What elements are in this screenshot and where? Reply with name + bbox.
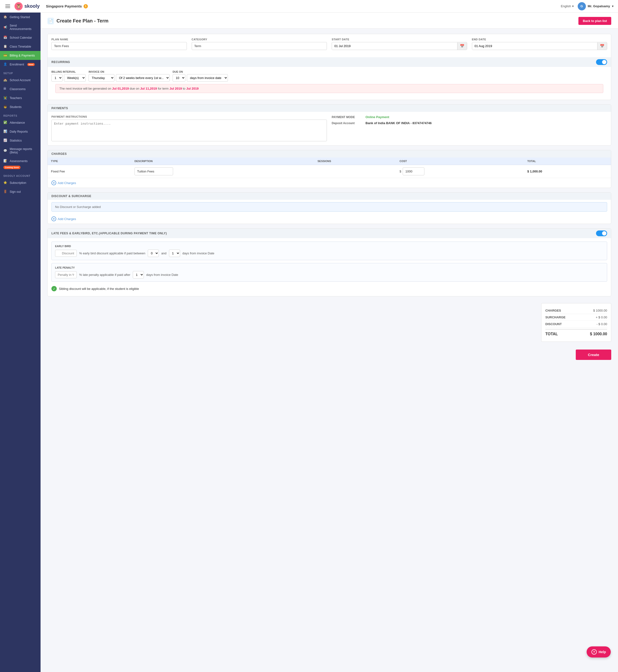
add-discount-label: Add Charges: [58, 217, 76, 221]
sidebar-item-getting-started[interactable]: 🏠 Getting Started: [0, 13, 40, 21]
recurring-header: RECURRING: [47, 57, 611, 67]
plan-details-row: PLAN NAME CATEGORY START DATE: [51, 38, 607, 50]
payment-instructions-side: PAYMENT INSTRUCTIONS: [51, 115, 327, 142]
payment-instructions-textarea[interactable]: [51, 119, 327, 141]
sidebar-item-class-timetable[interactable]: 📋 Class Timetable: [0, 42, 40, 51]
due-on-days-select[interactable]: 1051530: [173, 74, 185, 82]
category-input[interactable]: [192, 42, 327, 50]
sidebar-label: Attendance: [10, 121, 25, 124]
plan-name-input[interactable]: [51, 42, 187, 50]
notification-badge: 1: [84, 4, 88, 8]
sidebar-item-school-account[interactable]: 🏫 School Account: [0, 76, 40, 85]
help-fab-button[interactable]: ? Help: [587, 646, 611, 658]
user-name: Mr. Gopalsamy: [588, 4, 610, 8]
late-fees-label: LATE FEES & EARLYBIRD, ETC.(APPLICABLE D…: [51, 232, 167, 235]
chevron-down-icon: ▾: [572, 4, 574, 8]
add-charges-button[interactable]: + Add Charges: [47, 178, 611, 188]
invoice-on-period-select[interactable]: Of 2 weeks before every 1st w...: [116, 74, 170, 82]
due-date: Jul 11,2019: [140, 87, 157, 90]
help-circle-icon: ?: [592, 649, 597, 655]
surcharge-summary-label: SURCHARGE: [545, 316, 565, 319]
school-account-icon: 🏫: [3, 78, 7, 82]
add-discount-icon: +: [51, 217, 56, 221]
early-bird-to-select[interactable]: 1235: [169, 250, 180, 257]
recurring-body: Billing Interval 123 Week(s)Month(s): [47, 67, 611, 100]
sidebar-item-message-reports[interactable]: 💬 Message reports (Beta): [0, 145, 40, 157]
end-date-label: END DATE: [472, 38, 607, 41]
late-fees-section: LATE FEES & EARLYBIRD, ETC.(APPLICABLE D…: [47, 228, 611, 297]
add-charges-label: Add Charges: [58, 181, 76, 185]
charges-summary-label: CHARGES: [545, 309, 561, 312]
invoice-on-label: Invoice On: [89, 70, 170, 73]
end-date-input[interactable]: [472, 42, 598, 50]
sidebar-item-sign-out[interactable]: 🚪 Sign out: [0, 187, 40, 196]
sidebar-item-subscription[interactable]: ⭐ Subscription: [0, 178, 40, 187]
plan-name-label: PLAN NAME: [51, 38, 187, 41]
late-fees-header: LATE FEES & EARLYBIRD, ETC.(APPLICABLE D…: [47, 229, 611, 238]
new-badge: New!: [27, 63, 35, 66]
charge-sessions: [314, 165, 396, 178]
late-penalty-days-select[interactable]: 1235: [133, 271, 144, 278]
early-bird-row: % early bird discount applicable if paid…: [55, 250, 604, 257]
cost-input[interactable]: [403, 167, 424, 175]
invoice-on-day-select[interactable]: ThursdayMondayTuesdayWednesdayFriday: [89, 74, 114, 82]
late-penalty-input[interactable]: [55, 271, 77, 278]
early-bird-from-select[interactable]: 0123: [148, 250, 159, 257]
deposit-value: Bank of India BANK OF INDIA - 8374747474…: [366, 121, 432, 125]
timetable-icon: 📋: [3, 45, 7, 49]
description-input[interactable]: [134, 167, 173, 175]
sidebar-item-assessments[interactable]: 📝 Assessments Coming Soon: [0, 157, 40, 171]
sidebar-item-enrollment[interactable]: 👤 Enrollment New!: [0, 60, 40, 69]
end-date-input-wrap: 📅: [472, 42, 607, 50]
sidebar-item-school-calendar[interactable]: 📅 School Calendar: [0, 33, 40, 42]
billing-interval-num-select[interactable]: 123: [51, 74, 63, 82]
sidebar-item-billing-payments[interactable]: 💳 Billing & Payments: [0, 51, 40, 60]
language-selector[interactable]: English ▾: [561, 4, 574, 8]
page-name-text: Singapore Payments: [46, 4, 82, 8]
deposit-account-row: Deposit Account Bank of India BANK OF IN…: [332, 121, 607, 125]
payments-section: PAYMENTS PAYMENT INSTRUCTIONS PAYMENT MO…: [47, 104, 611, 146]
charges-table: TYPE DESCRIPTION SESSIONS COST TOTAL Fix…: [47, 158, 611, 178]
early-bird-section: EARLY BIRD % early bird discount applica…: [51, 242, 607, 260]
sidebar: 🏠 Getting Started 📢 Send Announcements 📅…: [0, 13, 40, 672]
sidebar-label: Enrollment: [10, 63, 24, 66]
top-bar-left: 🦉 skooly Singapore Payments 1: [4, 2, 88, 10]
sidebar-label: Statistics: [10, 139, 22, 142]
back-to-plan-list-button[interactable]: Back to plan list: [579, 17, 611, 25]
info-banner: The next invoice will be generated on Ju…: [55, 84, 603, 93]
sidebar-item-teachers[interactable]: 👨‍🏫 Teachers: [0, 93, 40, 102]
late-fees-body: EARLY BIRD % early bird discount applica…: [47, 238, 611, 296]
charge-type: Fixed Fee: [47, 165, 131, 178]
add-discount-button[interactable]: + Add Charges: [47, 214, 611, 224]
sibling-text: Sibling discount will be applicable, if …: [59, 287, 139, 290]
charges-header-row: TYPE DESCRIPTION SESSIONS COST TOTAL: [47, 158, 611, 165]
late-fees-toggle[interactable]: [596, 231, 607, 236]
create-button[interactable]: Create: [576, 349, 611, 360]
plan-name-group: PLAN NAME: [51, 38, 187, 50]
billing-interval-label: Billing Interval: [51, 70, 86, 73]
late-penalty-text: % late penalty applicable if paid after: [79, 273, 130, 276]
sidebar-item-daily-reports[interactable]: 📊 Daily Reports: [0, 127, 40, 136]
end-date-calendar-icon[interactable]: 📅: [597, 43, 607, 50]
billing-interval-unit-select[interactable]: Week(s)Month(s): [64, 74, 86, 82]
sidebar-item-announcements[interactable]: 📢 Send Announcements: [0, 21, 40, 33]
col-sessions: SESSIONS: [314, 158, 396, 165]
table-row: Fixed Fee $: [47, 165, 611, 178]
sidebar-item-students[interactable]: 👦 Students: [0, 102, 40, 111]
recurring-toggle[interactable]: [596, 59, 607, 65]
due-on-type-select[interactable]: days from invoice date: [187, 74, 228, 82]
invoice-on-group: Invoice On ThursdayMondayTuesdayWednesda…: [89, 70, 170, 82]
start-date-input[interactable]: [332, 42, 457, 50]
hamburger-menu[interactable]: [4, 4, 11, 9]
sidebar-item-attendance[interactable]: ✅ Attendance: [0, 118, 40, 127]
sidebar-item-statistics[interactable]: 📈 Statistics: [0, 136, 40, 145]
sidebar-item-classrooms[interactable]: 🏛 Classrooms: [0, 85, 40, 93]
attendance-icon: ✅: [3, 120, 7, 124]
start-date-calendar-icon[interactable]: 📅: [457, 43, 467, 50]
form-content: PLAN NAME CATEGORY START DATE: [40, 28, 618, 370]
user-menu[interactable]: G Mr. Gopalsamy ▾: [578, 2, 614, 10]
recurring-label: RECURRING: [51, 60, 70, 64]
sibling-discount-row: ✓ Sibling discount will be applicable, i…: [51, 284, 607, 293]
surcharge-summary-value: + $ 0.00: [596, 316, 607, 319]
early-bird-discount-input[interactable]: [55, 250, 77, 257]
